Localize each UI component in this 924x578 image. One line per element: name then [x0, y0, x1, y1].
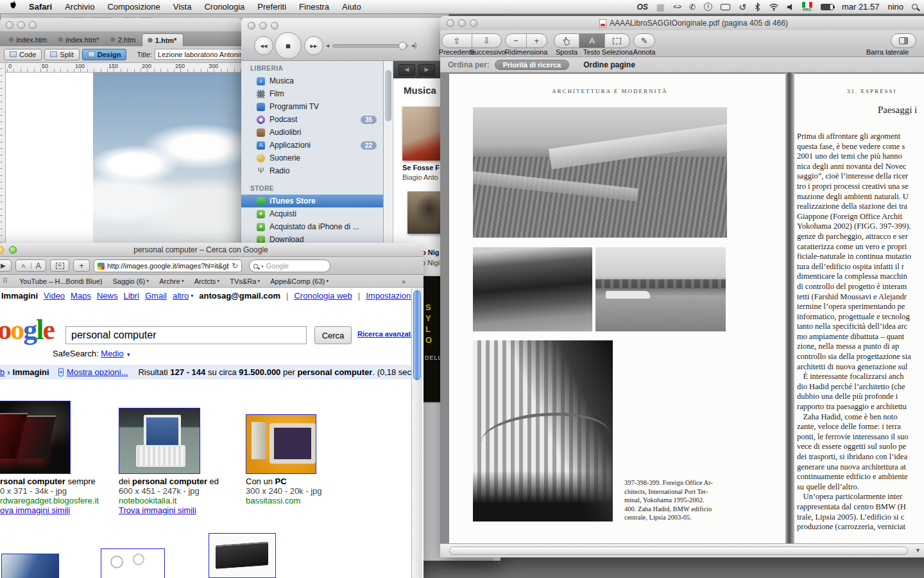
tab-2-htm[interactable]: ⊗2.htm [105, 33, 142, 46]
close-button[interactable] [248, 22, 255, 30]
bookmarks-overflow-chevron[interactable]: » [402, 277, 406, 285]
altro-caret-icon[interactable]: ▾ [191, 293, 193, 299]
bookmark-appe-comp[interactable]: Appe&Comp (63)▾ [270, 277, 329, 285]
sidebar-item-applicazioni[interactable]: AApplicazioni22 [241, 139, 383, 152]
previous-page-button[interactable]: ⇧ [442, 34, 472, 48]
minimize-button[interactable] [458, 19, 466, 27]
sidebar-toggle-button[interactable] [891, 34, 916, 48]
sort-search-priority-button[interactable]: Priorità di ricerca [495, 60, 570, 70]
album-title[interactable]: Se Fosse F [402, 164, 440, 171]
search-button[interactable]: Cerca [314, 326, 352, 344]
result-title[interactable]: dei personal computer ed [119, 477, 219, 486]
fast-forward-button[interactable]: ▶▶ [304, 36, 323, 55]
expand-options-icon[interactable]: + [58, 368, 64, 376]
close-tab-icon[interactable]: ⊗ [8, 37, 13, 43]
minimize-button[interactable] [259, 22, 267, 30]
sidebar-item-radio[interactable]: ΨRadio [241, 164, 383, 177]
pdf-titlebar[interactable]: AAAALibroSAGGIOoriginale.pdf (pagina 405… [440, 16, 924, 30]
volume-slider[interactable] [332, 44, 408, 48]
web-history-link[interactable]: Cronologia web [294, 291, 352, 301]
scrollbar-thumb[interactable] [385, 70, 391, 121]
album-cover[interactable] [402, 107, 441, 161]
smaller-text-button[interactable]: A [16, 263, 31, 269]
pdf-content-area[interactable]: ARCHITETTURA E MODERNITÀ 397-398-399. Fo… [440, 73, 924, 543]
clouds-image[interactable] [93, 73, 241, 249]
menu-cronologia[interactable]: Cronologia [198, 0, 251, 14]
menu-composizione[interactable]: Composizione [101, 0, 166, 14]
search-options-caret[interactable]: ▾ [261, 264, 264, 268]
next-page-button[interactable]: ⇩ [472, 34, 502, 48]
menu-clock[interactable]: mar 21.57 [842, 2, 880, 12]
battery-icon[interactable] [821, 4, 834, 10]
design-view-button[interactable]: Design [82, 49, 127, 60]
page-scrollbar[interactable] [411, 288, 422, 578]
spaces-grid-icon[interactable]: ▦ [656, 3, 665, 12]
menu-archivio[interactable]: Archivio [58, 0, 101, 14]
spotlight-icon[interactable] [912, 4, 918, 10]
find-similar-link[interactable]: Trova immagini simili [119, 505, 196, 515]
store-forward-button[interactable]: ▶ [418, 64, 435, 76]
editor-titlebar[interactable] [0, 18, 241, 32]
close-tab-icon[interactable]: ⊗ [110, 37, 115, 43]
forward-button[interactable]: ▶ [0, 263, 11, 269]
move-tool-button[interactable] [554, 34, 579, 48]
select-tool-button[interactable] [604, 34, 629, 48]
sidebar-item-suonerie[interactable]: Suonerie [241, 152, 383, 164]
menu-safari[interactable]: Safari [22, 0, 58, 14]
phone-icon[interactable]: ✆ [689, 3, 696, 11]
nav-gmail[interactable]: Gmail [145, 291, 167, 301]
bookmark-arctcts[interactable]: Arctcts▾ [194, 277, 220, 285]
tab-index-htm-2[interactable]: ⊗index.htm* [53, 33, 105, 46]
result-thumbnail[interactable] [1, 554, 59, 578]
volume-icon[interactable] [787, 3, 794, 11]
reload-icon[interactable]: ↻ [232, 262, 238, 270]
sidebar-item-itunes-store[interactable]: iTunes Store [241, 195, 383, 207]
larger-text-button[interactable]: A [31, 261, 46, 270]
bookmark-tvs-ra[interactable]: TVs&Ra▾ [230, 277, 260, 285]
scrollbar-thumb[interactable] [413, 290, 421, 380]
zoom-button[interactable] [9, 246, 17, 254]
address-bar[interactable]: http://images.google.it/images?hl=it&gbv… [94, 259, 242, 272]
zoom-button[interactable] [271, 22, 278, 30]
zoom-button[interactable] [470, 19, 477, 27]
menu-finestra[interactable]: Finestra [293, 0, 336, 14]
apple-menu[interactable] [0, 0, 22, 14]
safesearch-caret-icon[interactable]: ▼ [126, 353, 131, 358]
split-view-button[interactable]: Split [44, 49, 79, 60]
flag-menu[interactable]: PRO [802, 2, 812, 12]
wifi-icon[interactable] [769, 3, 779, 11]
result-title[interactable]: Con un PC [246, 477, 287, 486]
add-bookmark-button[interactable]: + [73, 259, 90, 272]
sidebar-item-audiolibri[interactable]: Audiolibri [241, 126, 383, 139]
advanced-search-link[interactable]: Ricerca avanzata [357, 330, 415, 338]
nav-altro[interactable]: altro [173, 291, 189, 301]
annotate-button[interactable]: ✎ [634, 34, 654, 48]
nav-news[interactable]: News [97, 291, 118, 301]
close-button[interactable] [6, 21, 13, 29]
sidebar-item-programmi-tv[interactable]: Programmi TV [241, 100, 383, 113]
nav-libri[interactable]: Libri [123, 291, 139, 301]
search-field[interactable]: ▾ Google [249, 259, 330, 272]
sync-alert-icon[interactable]: ! [704, 3, 712, 11]
sort-page-order-button[interactable]: Ordine pagine [583, 60, 635, 69]
bookmarks-grid-icon[interactable]: ⠿ [3, 277, 8, 285]
scrollbar-thumb[interactable] [449, 547, 908, 555]
result-thumbnail[interactable] [119, 408, 200, 474]
album-artist[interactable]: Biagio Anto [402, 173, 438, 181]
sidebar-item-acquisti[interactable]: ✦Acquisti [241, 207, 383, 220]
result-thumbnail[interactable] [0, 401, 71, 474]
sidebar-item-film[interactable]: Film [241, 87, 383, 100]
tab-1-htm[interactable]: ⊗1.htm* [142, 33, 184, 46]
safari-titlebar[interactable]: personal computer – Cerca con Google [0, 243, 424, 257]
result-thumbnail[interactable] [246, 414, 316, 474]
sidebar-item-acquistato-iphone[interactable]: ✦Acquistato da iPhone di ... [241, 220, 383, 233]
result-thumbnail[interactable] [101, 548, 165, 578]
search-placeholder[interactable]: Google [266, 262, 289, 270]
url-text[interactable]: http://images.google.it/images?hl=it&gbv… [107, 262, 229, 270]
menu-aiuto[interactable]: Aiuto [336, 0, 368, 14]
safesearch-level-link[interactable]: Medio [101, 349, 123, 358]
user-menu[interactable]: nino [887, 2, 903, 12]
volume-knob[interactable] [398, 42, 407, 50]
settings-link[interactable]: Impostazioni [366, 291, 413, 301]
find-similar-link[interactable]: ova immagini simili [0, 505, 70, 515]
